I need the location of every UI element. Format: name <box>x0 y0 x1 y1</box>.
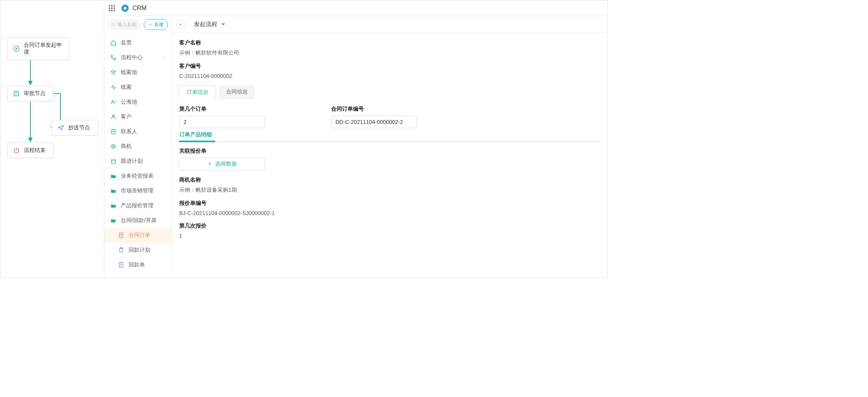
sidebar-item-label: 合同订单 <box>129 232 150 239</box>
sidebar-item-followup[interactable]: 跟进计划 <box>104 154 171 169</box>
calendar-icon <box>110 158 117 165</box>
select-data-label: 选择数据 <box>215 161 237 168</box>
svg-rect-8 <box>113 5 115 7</box>
sidebar-item-quote-mgmt[interactable]: 产品报价管理 <box>104 198 171 213</box>
sidebar-item-payment-sheet[interactable]: 回款单 <box>104 258 171 272</box>
flow-node-label: 流程结束 <box>24 147 46 154</box>
contact-icon <box>110 128 117 135</box>
sidebar-item-label: 线索池 <box>121 69 137 76</box>
power-icon <box>13 147 20 154</box>
sidebar-item-contact[interactable]: 联系人 <box>104 124 171 139</box>
process-select[interactable]: 发起流程 <box>189 19 228 30</box>
topbar: CRM <box>104 0 607 16</box>
order-no-input[interactable] <box>331 116 417 128</box>
sidebar-item-sea[interactable]: 公海池 <box>104 95 171 109</box>
plus-icon: ＋ <box>148 21 153 28</box>
sidebar-item-label: 首页 <box>121 39 132 46</box>
app-title: CRM <box>132 5 146 12</box>
field-label-order-index: 第几个订单 <box>179 106 265 113</box>
sidebar-item-business-report[interactable]: 业务经营报表 <box>104 169 171 184</box>
sidebar-item-label: 回款计划 <box>129 247 150 254</box>
svg-rect-3 <box>14 91 19 96</box>
sidebar-nav: 首页 流程中心 › 线索池 线索 <box>104 33 171 278</box>
folder-icon <box>110 187 117 194</box>
flow-node-cc[interactable]: 抄送节点 <box>51 120 98 136</box>
sheet-icon <box>118 261 125 268</box>
svg-point-25 <box>111 145 116 149</box>
field-label-link-quote: 关联报价单 <box>179 148 600 155</box>
svg-point-16 <box>123 7 126 9</box>
sidebar-item-leadpool[interactable]: 线索池 <box>104 65 171 80</box>
sidebar-item-label: 合同/回款/开票 <box>121 217 157 224</box>
link-icon <box>207 161 213 168</box>
field-value-customer-no: C-20211104-0000002 <box>179 73 600 79</box>
sidebar-item-label: 业务经营报表 <box>121 173 153 180</box>
svg-rect-9 <box>109 7 110 9</box>
search-input-wrapper[interactable] <box>108 19 141 30</box>
tabs: 订单信息 合同信息 <box>179 85 600 99</box>
sidebar-item-opportunity[interactable]: 商机 <box>104 139 171 154</box>
sidebar-item-process[interactable]: 流程中心 › <box>104 50 171 65</box>
select-data-button[interactable]: 选择数据 <box>179 158 265 170</box>
person-icon <box>110 113 117 120</box>
sidebar-item-customer[interactable]: 客户 <box>104 109 171 124</box>
flow-node-label: 审批节点 <box>24 90 46 97</box>
section-header-products: 订单产品明细 <box>179 131 600 138</box>
sidebar-item-label: 流程中心 <box>121 54 143 61</box>
form-icon <box>13 90 20 97</box>
field-label-opportunity: 商机名称 <box>179 176 600 184</box>
collapse-sidebar-button[interactable]: « <box>176 20 185 29</box>
order-index-input[interactable] <box>179 116 265 128</box>
document-icon <box>118 232 125 239</box>
tab-order-info[interactable]: 订单信息 <box>179 85 216 99</box>
people-icon <box>110 99 117 106</box>
clipboard-icon <box>118 247 125 254</box>
svg-point-22 <box>112 115 114 117</box>
sidebar-item-label: 客户 <box>121 113 132 120</box>
apps-grid-icon[interactable] <box>108 5 115 12</box>
create-button-label: 新建 <box>154 21 164 28</box>
field-value-customer-name: 示例：帆软软件有限公司 <box>179 49 600 56</box>
svg-point-24 <box>113 131 114 132</box>
field-value-opportunity: 示例：帆软设备采购1期 <box>179 187 600 194</box>
svg-point-17 <box>112 23 114 25</box>
sidebar-item-label: 联系人 <box>121 128 137 135</box>
sidebar-item-home[interactable]: 首页 <box>104 35 171 50</box>
svg-rect-11 <box>113 7 115 9</box>
sidebar-item-contract-group[interactable]: 合同/回款/开票 <box>104 213 171 228</box>
sidebar-item-payment-plan[interactable]: 回款计划 <box>104 243 171 258</box>
sidebar-item-label: 商机 <box>121 143 132 150</box>
field-value-quote-times: 1 <box>179 233 600 239</box>
search-input[interactable] <box>118 22 137 27</box>
sidebar: ＋ 新建 首页 流程中心 › 线 <box>104 16 171 278</box>
flow-node-end[interactable]: 流程结束 <box>7 143 54 158</box>
pulse-icon <box>110 84 117 91</box>
svg-rect-27 <box>111 159 116 163</box>
sidebar-item-contract-order[interactable]: 合同订单 <box>104 228 171 243</box>
sidebar-item-label: 产品报价管理 <box>121 202 153 209</box>
process-select-label: 发起流程 <box>194 21 217 28</box>
svg-rect-14 <box>113 10 115 11</box>
flow-node-label: 合同订单发起申请 <box>24 42 64 56</box>
create-button[interactable]: ＋ 新建 <box>144 19 168 30</box>
folder-icon <box>110 173 117 180</box>
svg-point-26 <box>113 146 114 147</box>
sidebar-item-label: 线索 <box>121 84 132 91</box>
svg-point-21 <box>112 100 113 102</box>
home-icon <box>110 39 117 46</box>
field-label-order-no: 合同订单编号 <box>331 106 417 113</box>
chevron-right-icon: › <box>164 55 166 61</box>
main-content: « 发起流程 客户名称 示例：帆软软件有限公司 客户编号 C-20211104-… <box>171 16 607 278</box>
field-label-quote-times: 第几次报价 <box>179 222 600 229</box>
flow-node-start[interactable]: 合同订单发起申请 <box>7 37 69 60</box>
sidebar-item-lead[interactable]: 线索 <box>104 80 171 95</box>
flow-icon <box>110 54 117 61</box>
flow-node-label: 抄送节点 <box>68 124 90 131</box>
send-icon <box>57 124 64 131</box>
sidebar-item-label: 跟进计划 <box>121 158 143 165</box>
tab-contract-info[interactable]: 合同信息 <box>219 85 255 99</box>
svg-rect-12 <box>109 10 110 11</box>
sidebar-item-marketing[interactable]: 市场营销管理 <box>104 184 171 198</box>
flow-node-approval[interactable]: 审批节点 <box>7 86 54 101</box>
field-value-quote-no: BJ-C-20211104-0000002-SJ0000002-1 <box>179 210 600 216</box>
